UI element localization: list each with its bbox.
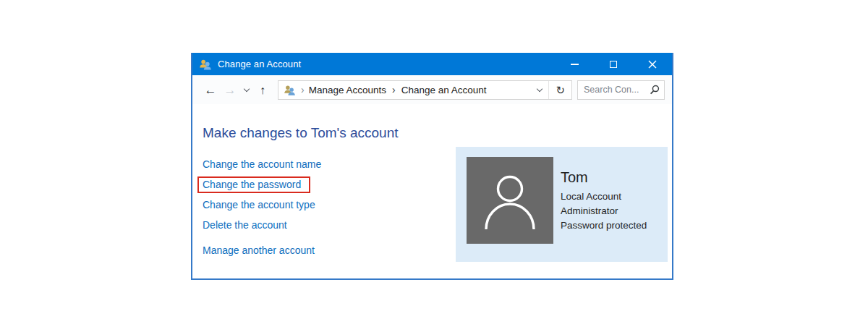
maximize-button[interactable]: [594, 53, 633, 75]
navigation-toolbar: ← → ↑ › Manage Accounts › Change an Acco…: [192, 75, 672, 104]
search-icon: [650, 85, 660, 95]
link-change-account-name[interactable]: Change the account name: [203, 158, 321, 170]
avatar: [467, 157, 553, 244]
back-button[interactable]: ←: [201, 84, 220, 96]
refresh-button[interactable]: ↻: [549, 85, 571, 95]
user-accounts-icon: [284, 85, 297, 95]
account-name: Tom: [561, 169, 647, 186]
breadcrumb-change-an-account[interactable]: Change an Account: [401, 85, 487, 95]
address-history-dropdown[interactable]: [531, 89, 548, 91]
account-tile: Tom Local Account Administrator Password…: [456, 147, 668, 262]
task-row: Change the password: [203, 174, 321, 195]
task-links: Change the account name Change the passw…: [203, 154, 321, 260]
maximize-icon: [610, 61, 617, 68]
search-box: [577, 80, 665, 100]
minimize-button[interactable]: [555, 53, 594, 75]
account-type: Local Account: [561, 190, 647, 204]
account-role: Administrator: [561, 204, 647, 218]
page-title: Make changes to Tom's account: [203, 125, 398, 141]
chevron-down-icon: [537, 85, 542, 91]
close-button[interactable]: [633, 53, 672, 75]
breadcrumb-separator: ›: [392, 84, 396, 95]
window-controls: [555, 53, 672, 75]
task-row: Change the account type: [203, 195, 321, 215]
link-change-password[interactable]: Change the password: [203, 179, 301, 190]
account-protection: Password protected: [561, 218, 647, 233]
task-row: Manage another account: [203, 240, 321, 260]
content-area: Make changes to Tom's account Change the…: [192, 104, 672, 278]
account-info: Tom Local Account Administrator Password…: [561, 169, 647, 233]
link-delete-account[interactable]: Delete the account: [203, 219, 287, 231]
search-input[interactable]: [584, 85, 650, 95]
user-accounts-icon: [199, 59, 212, 70]
address-bar[interactable]: › Manage Accounts › Change an Account ↻: [278, 80, 572, 100]
person-icon: [467, 157, 553, 244]
breadcrumb-separator: ›: [301, 84, 305, 95]
up-button[interactable]: ↑: [253, 84, 272, 96]
titlebar: Change an Account: [192, 53, 672, 75]
task-row: Change the account name: [203, 154, 321, 174]
window-title: Change an Account: [218, 59, 301, 69]
recent-locations-dropdown[interactable]: [240, 89, 253, 91]
close-icon: [648, 60, 657, 69]
forward-button[interactable]: →: [220, 84, 240, 96]
minimize-icon: [571, 64, 579, 65]
breadcrumb-manage-accounts[interactable]: Manage Accounts: [309, 85, 386, 95]
link-manage-another-account[interactable]: Manage another account: [203, 244, 315, 256]
highlight-box: Change the password: [197, 176, 310, 193]
link-change-account-type[interactable]: Change the account type: [203, 199, 315, 210]
chevron-down-icon: [244, 85, 250, 91]
task-row: Delete the account: [203, 215, 321, 235]
change-account-window: Change an Account ← → ↑: [191, 53, 673, 280]
